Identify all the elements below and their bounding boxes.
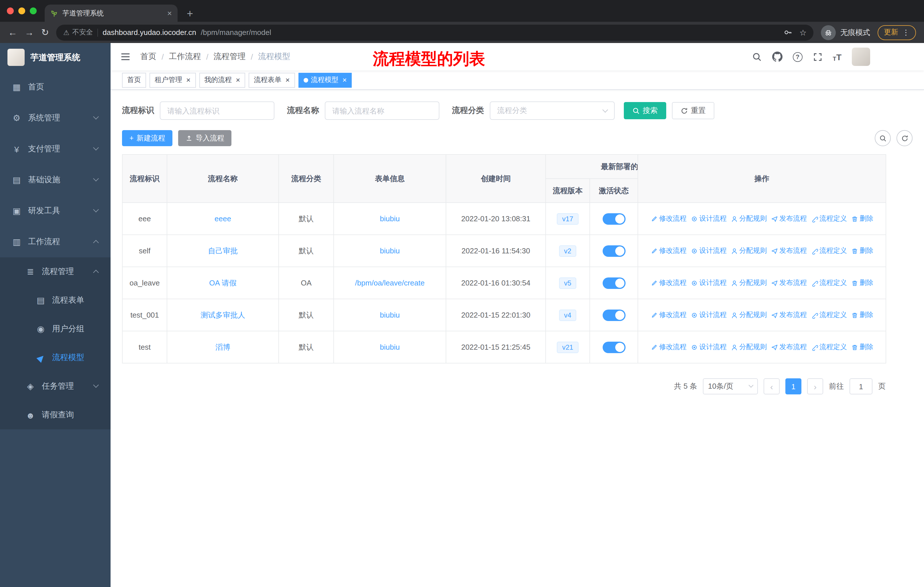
- goto-page-input[interactable]: [850, 378, 873, 394]
- action-process-definition[interactable]: 流程定义: [811, 246, 847, 256]
- forward-icon[interactable]: →: [25, 28, 34, 37]
- menu-kebab-icon[interactable]: ⋮: [902, 28, 910, 37]
- action-assign-rule[interactable]: 分配规则: [731, 246, 767, 256]
- action-assign-rule[interactable]: 分配规则: [731, 342, 767, 352]
- breadcrumb-workflow[interactable]: 工作流程: [169, 51, 201, 62]
- bookmark-star-icon[interactable]: ☆: [799, 28, 807, 37]
- action-edit-process[interactable]: 修改流程: [650, 310, 686, 320]
- close-icon[interactable]: ×: [285, 76, 290, 84]
- sidebar-item-home[interactable]: ▦ 首页: [0, 72, 111, 103]
- process-name-link[interactable]: 测试多审批人: [201, 311, 245, 319]
- help-icon[interactable]: ?: [792, 52, 802, 62]
- action-process-definition[interactable]: 流程定义: [811, 214, 847, 223]
- action-design-process[interactable]: 设计流程: [691, 278, 727, 288]
- action-publish-process[interactable]: 发布流程: [771, 278, 807, 288]
- new-tab-button[interactable]: +: [187, 8, 193, 19]
- form-info-link[interactable]: biubiu: [380, 311, 399, 319]
- breadcrumb-home[interactable]: 首页: [140, 51, 157, 62]
- refresh-table-button[interactable]: [896, 130, 912, 146]
- tag-tenant-manage[interactable]: 租户管理×: [150, 73, 196, 88]
- action-publish-process[interactable]: 发布流程: [771, 310, 807, 320]
- prev-page-button[interactable]: ‹: [764, 378, 780, 394]
- sidebar-item-process-manage[interactable]: ≣ 流程管理: [0, 257, 111, 286]
- version-badge[interactable]: v5: [559, 277, 576, 289]
- action-delete[interactable]: 删除: [851, 342, 873, 352]
- active-toggle[interactable]: [602, 277, 625, 289]
- process-name-link[interactable]: OA 请假: [209, 278, 236, 287]
- process-name-input[interactable]: [325, 101, 439, 120]
- action-publish-process[interactable]: 发布流程: [771, 214, 807, 223]
- close-window-button[interactable]: [7, 7, 14, 14]
- action-process-definition[interactable]: 流程定义: [811, 278, 847, 288]
- active-toggle[interactable]: [602, 213, 625, 225]
- action-edit-process[interactable]: 修改流程: [650, 342, 686, 352]
- action-assign-rule[interactable]: 分配规则: [731, 214, 767, 223]
- sidebar-item-payment-manage[interactable]: ¥ 支付管理: [0, 134, 111, 165]
- tag-my-process[interactable]: 我的流程×: [199, 73, 245, 88]
- create-process-button[interactable]: + 新建流程: [122, 130, 173, 146]
- sidebar-item-workflow[interactable]: ▥ 工作流程: [0, 227, 111, 257]
- update-button[interactable]: 更新 ⋮: [878, 25, 916, 40]
- tag-process-model[interactable]: 流程模型×: [299, 73, 352, 88]
- process-name-link[interactable]: eeee: [214, 214, 231, 223]
- sidebar-item-task-manage[interactable]: ◈ 任务管理: [0, 372, 111, 401]
- sidebar-item-process-form[interactable]: ▤ 流程表单: [0, 286, 111, 315]
- version-badge[interactable]: v4: [559, 309, 576, 321]
- reload-icon[interactable]: ↻: [41, 28, 49, 37]
- sidebar-item-user-group[interactable]: ◉ 用户分组: [0, 315, 111, 343]
- version-badge[interactable]: v17: [557, 213, 579, 225]
- active-toggle[interactable]: [602, 245, 625, 256]
- action-design-process[interactable]: 设计流程: [691, 310, 727, 320]
- close-icon[interactable]: ×: [186, 76, 190, 84]
- category-select[interactable]: 流程分类: [490, 101, 615, 120]
- process-name-link[interactable]: 自己审批: [208, 246, 238, 255]
- next-page-button[interactable]: ›: [807, 378, 823, 394]
- action-process-definition[interactable]: 流程定义: [811, 310, 847, 320]
- close-icon[interactable]: ×: [236, 76, 240, 84]
- active-toggle[interactable]: [602, 309, 625, 321]
- user-avatar[interactable]: [852, 48, 870, 66]
- tab-close-icon[interactable]: ×: [167, 9, 172, 17]
- action-design-process[interactable]: 设计流程: [691, 342, 727, 352]
- process-key-input[interactable]: [160, 101, 274, 120]
- toggle-search-button[interactable]: [875, 130, 891, 146]
- action-process-definition[interactable]: 流程定义: [811, 342, 847, 352]
- search-icon[interactable]: [752, 52, 762, 62]
- version-badge[interactable]: v2: [559, 245, 576, 256]
- active-toggle[interactable]: [602, 341, 625, 353]
- action-edit-process[interactable]: 修改流程: [650, 214, 686, 223]
- action-design-process[interactable]: 设计流程: [691, 246, 727, 256]
- sidebar-item-devtools[interactable]: ▣ 研发工具: [0, 195, 111, 227]
- page-size-select[interactable]: 10条/页: [703, 378, 758, 394]
- font-size-icon[interactable]: TT: [833, 52, 842, 62]
- action-publish-process[interactable]: 发布流程: [771, 342, 807, 352]
- sidebar-item-infrastructure[interactable]: ▤ 基础设施: [0, 165, 111, 195]
- fullscreen-icon[interactable]: [813, 52, 822, 62]
- form-info-link[interactable]: biubiu: [380, 214, 399, 223]
- sidebar-item-leave-query[interactable]: ☻ 请假查询: [0, 401, 111, 429]
- github-icon[interactable]: [772, 51, 782, 62]
- sidebar-item-process-model[interactable]: ▶ 流程模型: [0, 343, 111, 372]
- action-publish-process[interactable]: 发布流程: [771, 246, 807, 256]
- action-delete[interactable]: 删除: [851, 214, 873, 223]
- action-edit-process[interactable]: 修改流程: [650, 278, 686, 288]
- key-icon[interactable]: [784, 28, 792, 37]
- action-assign-rule[interactable]: 分配规则: [731, 310, 767, 320]
- close-icon[interactable]: ×: [343, 76, 347, 84]
- process-name-link[interactable]: 滔博: [215, 342, 230, 351]
- action-edit-process[interactable]: 修改流程: [650, 246, 686, 256]
- tag-home[interactable]: 首页: [122, 73, 146, 88]
- action-delete[interactable]: 删除: [851, 246, 873, 256]
- search-button[interactable]: 搜索: [624, 102, 666, 119]
- page-1-button[interactable]: 1: [785, 378, 802, 394]
- action-delete[interactable]: 删除: [851, 310, 873, 320]
- form-info-link[interactable]: biubiu: [380, 246, 399, 255]
- hamburger-icon[interactable]: [120, 51, 131, 63]
- breadcrumb-process-manage[interactable]: 流程管理: [214, 51, 246, 62]
- address-bar[interactable]: ⚠ 不安全 dashboard.yudao.iocoder.cn /bpm/ma…: [56, 24, 813, 40]
- reset-button[interactable]: 重置: [672, 102, 714, 119]
- form-info-link[interactable]: /bpm/oa/leave/create: [355, 279, 425, 287]
- browser-tab[interactable]: 芋道管理系统 ×: [45, 5, 178, 22]
- action-design-process[interactable]: 设计流程: [691, 214, 727, 223]
- security-chip[interactable]: ⚠ 不安全: [63, 28, 93, 37]
